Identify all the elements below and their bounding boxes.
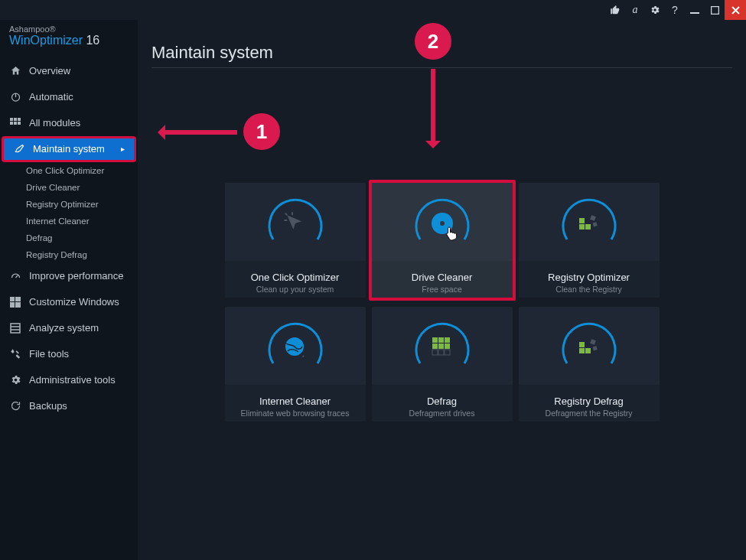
chevron-right-icon: ▸ xyxy=(121,145,125,153)
tile-subtitle: Clean the Registry xyxy=(555,285,621,294)
svg-rect-29 xyxy=(438,350,444,355)
svg-rect-13 xyxy=(11,324,20,333)
maximize-icon[interactable] xyxy=(705,0,725,20)
settings-icon xyxy=(9,374,21,386)
tile-registry-optimizer[interactable]: Registry Optimizer Clean the Registry xyxy=(519,183,660,298)
tile-subtitle: Clean up your system xyxy=(256,285,334,294)
svg-rect-4 xyxy=(14,118,17,121)
tile-registry-defrag[interactable]: Registry Defrag Defragment the Registry xyxy=(519,307,660,422)
thumbs-up-icon[interactable] xyxy=(605,0,625,20)
sub-registry-defrag[interactable]: Registry Defrag xyxy=(0,246,138,263)
svg-rect-7 xyxy=(14,122,17,125)
svg-rect-31 xyxy=(579,342,585,347)
sidebar-item-customize-windows[interactable]: Customize Windows xyxy=(0,289,138,315)
sidebar-item-label: Analyze system xyxy=(29,322,99,334)
tile-one-click-optimizer[interactable]: One Click Optimizer Clean up your system xyxy=(225,183,366,298)
tile-defrag[interactable]: Defrag Defragment drives xyxy=(372,307,513,422)
minimize-icon[interactable] xyxy=(685,0,705,20)
svg-rect-35 xyxy=(592,346,597,350)
svg-rect-20 xyxy=(592,222,597,226)
svg-rect-24 xyxy=(445,337,450,343)
sidebar-nav: Overview Automatic All modules Maintain … xyxy=(0,58,138,419)
italic-a-icon[interactable]: a xyxy=(625,0,645,20)
svg-rect-32 xyxy=(579,348,585,353)
sidebar-item-administrative-tools[interactable]: Administrative tools xyxy=(0,367,138,393)
hand-cursor-icon xyxy=(445,226,458,244)
sub-internet-cleaner[interactable]: Internet Cleaner xyxy=(0,213,138,230)
tile-subtitle: Defragment drives xyxy=(409,409,475,418)
sidebar-item-file-tools[interactable]: File tools xyxy=(0,341,138,367)
svg-rect-34 xyxy=(590,339,596,345)
tile-title: Internet Cleaner xyxy=(259,396,331,407)
registry-blocks-icon xyxy=(578,212,601,235)
svg-rect-8 xyxy=(18,122,21,125)
sub-defrag[interactable]: Defrag xyxy=(0,230,138,246)
sidebar-item-label: Automatic xyxy=(29,91,73,103)
help-icon[interactable]: ? xyxy=(665,0,685,20)
svg-rect-27 xyxy=(445,343,450,349)
tile-internet-cleaner[interactable]: Internet Cleaner Eliminate web browsing … xyxy=(225,307,366,422)
close-icon[interactable] xyxy=(725,0,746,20)
globe-icon xyxy=(284,336,307,359)
gear-icon[interactable] xyxy=(645,0,665,20)
sidebar-item-overview[interactable]: Overview xyxy=(0,58,138,84)
tile-grid: One Click Optimizer Clean up your system… xyxy=(151,183,732,422)
svg-rect-33 xyxy=(585,348,591,353)
sub-drive-cleaner[interactable]: Drive Cleaner xyxy=(0,179,138,196)
sidebar-item-all-modules[interactable]: All modules xyxy=(0,110,138,136)
sub-registry-optimizer[interactable]: Registry Optimizer xyxy=(0,196,138,213)
sidebar-item-maintain-system[interactable]: Maintain system ▸ xyxy=(2,136,136,162)
svg-rect-28 xyxy=(432,350,438,355)
brand: Ashampoo® WinOptimizer 16 xyxy=(0,20,138,54)
broom-icon xyxy=(13,143,25,155)
svg-rect-3 xyxy=(10,118,13,121)
svg-rect-16 xyxy=(579,218,585,223)
sidebar-item-label: Customize Windows xyxy=(29,296,119,308)
brand-name: WinOptimizer 16 xyxy=(9,34,129,47)
power-icon xyxy=(9,91,21,103)
sidebar-item-label: All modules xyxy=(29,117,80,129)
svg-rect-17 xyxy=(579,224,585,230)
page-title: Maintain system xyxy=(151,43,732,68)
sub-one-click-optimizer[interactable]: One Click Optimizer xyxy=(0,162,138,179)
svg-rect-0 xyxy=(690,12,699,14)
brand-line1: Ashampoo® xyxy=(9,24,129,34)
cursor-click-icon xyxy=(283,211,308,236)
svg-rect-6 xyxy=(10,122,13,125)
sidebar-item-label: Administrative tools xyxy=(29,374,116,386)
tile-title: Drive Cleaner xyxy=(412,272,472,283)
sidebar-item-analyze-system[interactable]: Analyze system xyxy=(0,315,138,341)
tile-title: Registry Optimizer xyxy=(548,272,630,283)
titlebar: a ? xyxy=(0,0,746,20)
refresh-icon xyxy=(9,400,21,412)
svg-rect-9 xyxy=(10,297,15,301)
svg-rect-12 xyxy=(15,302,21,308)
svg-rect-1 xyxy=(711,6,718,14)
sidebar-item-label: File tools xyxy=(29,348,69,360)
defrag-grid-icon xyxy=(431,336,454,359)
svg-rect-26 xyxy=(438,343,444,349)
sidebar-item-label: Improve performance xyxy=(29,270,124,282)
tile-drive-cleaner[interactable]: Drive Cleaner Free space xyxy=(369,180,516,301)
sidebar: Ashampoo® WinOptimizer 16 Overview Autom… xyxy=(0,20,138,560)
tile-title: Registry Defrag xyxy=(554,396,623,407)
grid-icon xyxy=(9,117,21,129)
sidebar-submenu: One Click Optimizer Drive Cleaner Regist… xyxy=(0,162,138,263)
tile-subtitle: Defragment the Registry xyxy=(546,409,633,418)
sidebar-item-backups[interactable]: Backups xyxy=(0,393,138,419)
svg-rect-19 xyxy=(590,215,596,221)
sidebar-item-automatic[interactable]: Automatic xyxy=(0,84,138,110)
svg-rect-30 xyxy=(445,350,450,355)
svg-rect-23 xyxy=(438,337,444,343)
gauge-icon xyxy=(9,270,21,282)
svg-rect-22 xyxy=(432,337,438,343)
tile-subtitle: Eliminate web browsing traces xyxy=(241,409,350,418)
sidebar-item-label: Backups xyxy=(29,400,67,412)
content: Maintain system One Click Optimizer Clea… xyxy=(138,20,746,560)
tile-subtitle: Free space xyxy=(422,285,462,294)
home-icon xyxy=(9,65,21,77)
svg-rect-5 xyxy=(18,118,21,121)
sidebar-item-improve-performance[interactable]: Improve performance xyxy=(0,263,138,289)
svg-rect-11 xyxy=(10,302,15,308)
main-area: Ashampoo® WinOptimizer 16 Overview Autom… xyxy=(0,20,746,560)
